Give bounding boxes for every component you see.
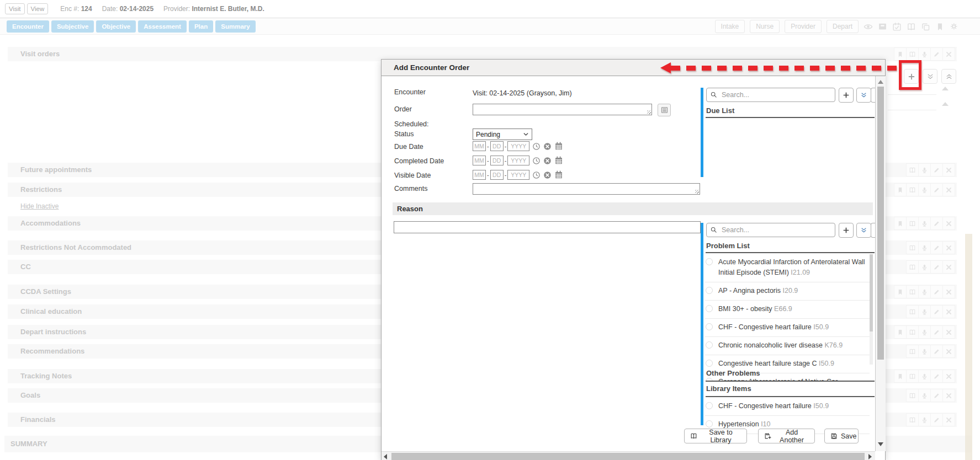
pencil-icon[interactable] [930, 241, 943, 254]
book-icon[interactable] [906, 370, 919, 383]
gears-icon[interactable] [950, 22, 959, 31]
comments-input[interactable] [473, 183, 700, 195]
hide-inactive-link[interactable]: Hide Inactive [20, 202, 59, 210]
radio-button[interactable] [706, 287, 713, 294]
microphone-icon[interactable] [918, 345, 931, 358]
calendar-check-icon[interactable] [892, 22, 902, 31]
scrollbar-thumb[interactable] [877, 87, 884, 360]
provider-stage-button[interactable]: Provider [785, 20, 822, 33]
page-scrollbar[interactable] [965, 234, 972, 460]
pencil-icon[interactable] [930, 325, 943, 339]
day-input[interactable]: DD [490, 170, 504, 180]
intake-stage-button[interactable]: Intake [715, 20, 745, 33]
microphone-icon[interactable] [918, 163, 931, 176]
book-icon[interactable] [906, 217, 919, 230]
clear-date-icon[interactable] [543, 142, 552, 151]
bookmark-icon[interactable] [894, 47, 907, 61]
year-input[interactable]: YYYY [507, 156, 529, 165]
microphone-icon[interactable] [918, 241, 931, 254]
microphone-icon[interactable] [918, 183, 931, 196]
pencil-icon[interactable] [930, 413, 943, 426]
microphone-icon[interactable] [918, 47, 931, 61]
list-item[interactable]: BMI 30+ - obesity E66.9 [705, 301, 870, 319]
problem-list-scrollbar[interactable] [870, 254, 873, 365]
book-icon[interactable] [906, 260, 919, 274]
radio-button[interactable] [706, 305, 713, 312]
dialog-vertical-scrollbar[interactable] [875, 76, 886, 451]
book-icon[interactable] [906, 413, 919, 426]
book-icon[interactable] [906, 325, 919, 339]
collapse-triangle-icon[interactable] [942, 87, 949, 90]
x-icon[interactable] [942, 260, 955, 274]
bookmark-icon[interactable] [935, 22, 945, 31]
month-input[interactable]: MM [473, 170, 486, 180]
list-item[interactable]: AP - Angina pectoris I20.9 [705, 282, 870, 301]
clock-icon[interactable] [532, 142, 541, 151]
day-input[interactable]: DD [490, 156, 504, 165]
list-item[interactable]: Acute Myocardial Infarction of Anterolat… [705, 254, 870, 282]
month-input[interactable]: MM [473, 141, 486, 151]
book-icon[interactable] [906, 47, 919, 61]
radio-button[interactable] [706, 341, 713, 349]
dialog-horizontal-scrollbar[interactable] [382, 451, 875, 460]
book-icon[interactable] [906, 163, 919, 176]
year-input[interactable]: YYYY [507, 170, 529, 180]
nurse-stage-button[interactable]: Nurse [750, 20, 780, 33]
microphone-icon[interactable] [918, 325, 931, 339]
reason-input[interactable] [394, 221, 701, 233]
microphone-icon[interactable] [918, 305, 931, 318]
status-select[interactable]: Pending [473, 129, 532, 140]
order-input[interactable] [473, 104, 652, 115]
bookmark-icon[interactable] [894, 217, 907, 230]
order-lookup-button[interactable] [658, 104, 671, 116]
x-icon[interactable] [942, 285, 955, 298]
scroll-down-arrow[interactable] [878, 442, 883, 446]
book-icon[interactable] [906, 241, 919, 254]
pencil-icon[interactable] [930, 389, 943, 402]
x-icon[interactable] [942, 305, 955, 318]
scrollbar-thumb[interactable] [391, 453, 865, 460]
due-expand-button[interactable] [856, 88, 871, 103]
book-icon[interactable] [906, 389, 919, 402]
book-icon[interactable] [906, 345, 919, 358]
problem-search-input[interactable] [706, 223, 835, 237]
scroll-right-arrow[interactable] [868, 454, 872, 459]
due-add-button[interactable] [839, 88, 854, 103]
bookmark-icon[interactable] [894, 325, 907, 339]
resize-handle[interactable] [647, 110, 651, 114]
x-icon[interactable] [942, 241, 955, 254]
clear-date-icon[interactable] [543, 157, 552, 165]
book-icon[interactable] [906, 305, 919, 318]
scroll-left-arrow[interactable] [384, 454, 387, 459]
book-icon[interactable] [907, 22, 916, 31]
depart-stage-button[interactable]: Depart [827, 20, 859, 33]
tab-subjective[interactable]: Subjective [51, 20, 94, 33]
pencil-icon[interactable] [930, 183, 943, 196]
radio-button[interactable] [706, 323, 713, 330]
clock-icon[interactable] [532, 171, 541, 179]
scroll-up-arrow[interactable] [878, 80, 883, 84]
microphone-icon[interactable] [918, 370, 931, 383]
calendar-icon[interactable] [554, 142, 563, 151]
x-icon[interactable] [942, 325, 955, 339]
add-another-button[interactable]: Add Another [758, 429, 815, 443]
tab-objective[interactable]: Objective [96, 20, 136, 33]
bookmark-icon[interactable] [894, 183, 907, 196]
clock-icon[interactable] [532, 157, 541, 165]
expand-all-button[interactable] [923, 69, 937, 84]
pencil-icon[interactable] [930, 370, 943, 383]
pencil-icon[interactable] [930, 345, 943, 358]
list-item[interactable]: CHF - Congestive heart failure I50.9 [705, 319, 870, 337]
x-icon[interactable] [942, 345, 955, 358]
microphone-icon[interactable] [918, 260, 931, 274]
x-icon[interactable] [942, 217, 955, 230]
tab-assessment[interactable]: Assessment [138, 20, 187, 33]
bookmark-icon[interactable] [894, 370, 907, 383]
copy-icon[interactable] [921, 22, 930, 31]
microphone-icon[interactable] [918, 217, 931, 230]
pencil-icon[interactable] [930, 217, 943, 230]
x-icon[interactable] [942, 183, 955, 196]
microphone-icon[interactable] [918, 285, 931, 298]
tab-summary[interactable]: Summary [215, 20, 255, 33]
month-input[interactable]: MM [473, 156, 486, 165]
